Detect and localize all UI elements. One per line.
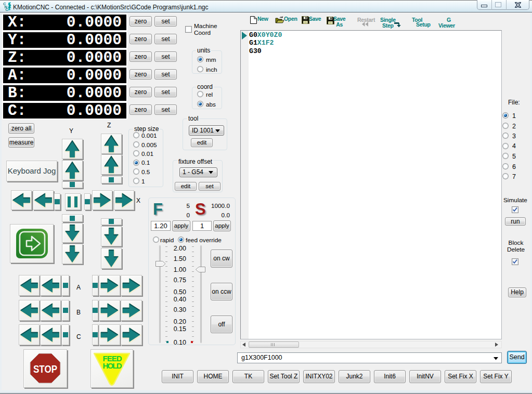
svg-text:HOLD: HOLD [103, 361, 122, 370]
svg-text:C: C [5, 7, 8, 11]
svg-text:STOP: STOP [33, 363, 57, 375]
